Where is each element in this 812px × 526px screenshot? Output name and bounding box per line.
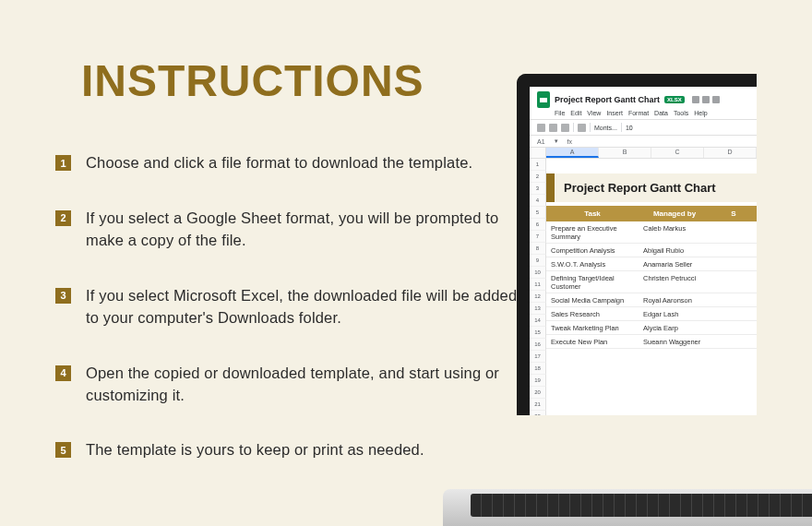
row-number[interactable]: 13 — [530, 303, 546, 315]
instruction-step: 1 Choose and click a file format to down… — [55, 152, 526, 174]
col-header[interactable]: B — [599, 148, 651, 158]
col-header[interactable]: D — [704, 148, 757, 158]
instruction-step: 5 The template is yours to keep or print… — [55, 439, 526, 461]
menu-file[interactable]: File — [555, 110, 565, 116]
step-number: 1 — [55, 155, 71, 171]
row-number[interactable]: 7 — [530, 231, 546, 243]
menu-view[interactable]: View — [587, 110, 601, 116]
row-number[interactable]: 20 — [530, 387, 546, 399]
table-row[interactable]: Competition AnalysisAbigail Rubio — [546, 244, 757, 257]
table-row[interactable]: Sales ResearchEdgar Lash — [546, 307, 757, 321]
cell-rest[interactable] — [710, 321, 757, 334]
instruction-step: 3 If you select Microsoft Excel, the dow… — [55, 285, 526, 329]
row-number[interactable]: 14 — [530, 315, 546, 327]
row-number[interactable]: 17 — [530, 351, 546, 363]
cell-rest[interactable] — [710, 244, 757, 257]
font-size[interactable]: 10 — [626, 125, 633, 131]
redo-icon[interactable] — [549, 124, 557, 132]
cell-task[interactable]: Prepare an Executive Summary — [546, 221, 639, 243]
row-number[interactable]: 11 — [530, 279, 546, 291]
instruction-list: 1 Choose and click a file format to down… — [55, 152, 526, 461]
cell-manager[interactable]: Anamaria Seller — [639, 257, 710, 270]
cell-manager[interactable]: Sueann Waggener — [639, 335, 710, 348]
table-row[interactable]: Defining Target/Ideal CustomerChristen P… — [546, 271, 757, 293]
table-row[interactable]: Prepare an Executive SummaryCaleb Markus — [546, 221, 757, 244]
cell-rest[interactable] — [710, 335, 757, 348]
row-number[interactable]: 9 — [530, 255, 546, 267]
laptop-screen: Project Report Gantt Chart XLSX File Edi… — [517, 74, 757, 415]
row-number[interactable]: 21 — [530, 399, 546, 411]
menu-help[interactable]: Help — [694, 110, 707, 116]
row-number[interactable]: 15 — [530, 327, 546, 339]
cell-task[interactable]: Competition Analysis — [546, 244, 639, 257]
cell-rest[interactable] — [710, 221, 757, 243]
cell-manager[interactable]: Abigail Rubio — [639, 244, 710, 257]
google-sheets-icon — [537, 91, 550, 108]
row-number[interactable]: 19 — [530, 375, 546, 387]
spreadsheet-grid[interactable]: A B C D 12345678910111213141516171819202… — [530, 148, 757, 415]
print-icon[interactable] — [561, 124, 569, 132]
row-number[interactable]: 6 — [530, 219, 546, 231]
undo-icon[interactable] — [537, 124, 545, 132]
laptop-preview: Project Report Gantt Chart XLSX File Edi… — [517, 74, 812, 415]
cell-manager[interactable]: Royal Aaronson — [639, 293, 710, 306]
page-title: INSTRUCTIONS — [81, 55, 526, 106]
menu-tools[interactable]: Tools — [674, 110, 688, 116]
cell-manager[interactable]: Christen Petrucci — [639, 271, 710, 293]
cell-manager[interactable]: Edgar Lash — [639, 307, 710, 320]
formula-bar: A1 ▾ fx — [530, 136, 757, 148]
menu-data[interactable]: Data — [654, 110, 668, 116]
cell-rest[interactable] — [710, 271, 757, 293]
laptop-base — [443, 489, 812, 526]
step-number: 4 — [55, 365, 71, 381]
cell-manager[interactable]: Caleb Markus — [639, 221, 710, 243]
table-row[interactable]: Social Media CampaignRoyal Aaronson — [546, 293, 757, 307]
cell-task[interactable]: Social Media Campaign — [546, 293, 639, 306]
instruction-step: 4 Open the copied or downloaded template… — [55, 363, 526, 407]
cell-rest[interactable] — [710, 307, 757, 320]
fx-label: fx — [567, 138, 572, 145]
th-managed-by: Managed by — [639, 206, 710, 221]
step-text: If you select Microsoft Excel, the downl… — [86, 285, 526, 329]
row-number[interactable]: 1 — [530, 159, 546, 171]
step-text: The template is yours to keep or print a… — [86, 439, 424, 461]
row-number[interactable]: 12 — [530, 291, 546, 303]
menu-format[interactable]: Format — [628, 110, 649, 116]
cell-task[interactable]: Tweak Marketing Plan — [546, 321, 639, 334]
star-icon — [692, 96, 699, 103]
cell-manager[interactable]: Alycia Earp — [639, 321, 710, 334]
cell-reference[interactable]: A1 — [537, 138, 545, 145]
zoom-icon[interactable] — [578, 124, 586, 132]
row-number[interactable]: 22 — [530, 411, 546, 415]
row-number[interactable]: 8 — [530, 243, 546, 255]
row-number[interactable]: 16 — [530, 339, 546, 351]
table-row[interactable]: Execute New PlanSueann Waggener — [546, 335, 757, 349]
step-text: If you select a Google Sheet format, you… — [86, 208, 526, 252]
document-title: Project Report Gantt Chart — [555, 95, 660, 104]
sheets-header: Project Report Gantt Chart XLSX File Edi… — [530, 87, 757, 120]
col-header[interactable]: A — [546, 148, 599, 158]
row-number[interactable]: 4 — [530, 195, 546, 207]
row-number[interactable]: 18 — [530, 363, 546, 375]
row-number[interactable]: 5 — [530, 207, 546, 219]
menu-edit[interactable]: Edit — [570, 110, 581, 116]
font-selector[interactable]: Monts... — [594, 125, 617, 131]
chart-title-tile: Project Report Gantt Chart — [546, 173, 757, 202]
table-row[interactable]: Tweak Marketing PlanAlycia Earp — [546, 321, 757, 335]
col-header[interactable]: C — [651, 148, 704, 158]
cell-rest[interactable] — [710, 293, 757, 306]
table-row[interactable]: S.W.O.T. AnalysisAnamaria Seller — [546, 257, 757, 271]
cell-rest[interactable] — [710, 257, 757, 270]
row-number[interactable]: 3 — [530, 183, 546, 195]
menu-bar: File Edit View Insert Format Data Tools … — [555, 110, 749, 116]
row-number[interactable]: 10 — [530, 267, 546, 279]
row-number[interactable]: 2 — [530, 171, 546, 183]
instructions-panel: INSTRUCTIONS 1 Choose and click a file f… — [0, 0, 554, 526]
cell-task[interactable]: Defining Target/Ideal Customer — [546, 271, 639, 293]
cell-task[interactable]: Execute New Plan — [546, 335, 639, 348]
cell-task[interactable]: S.W.O.T. Analysis — [546, 257, 639, 270]
step-number: 2 — [55, 210, 71, 226]
menu-insert[interactable]: Insert — [606, 110, 623, 116]
cell-task[interactable]: Sales Research — [546, 307, 639, 320]
step-number: 5 — [55, 442, 71, 458]
